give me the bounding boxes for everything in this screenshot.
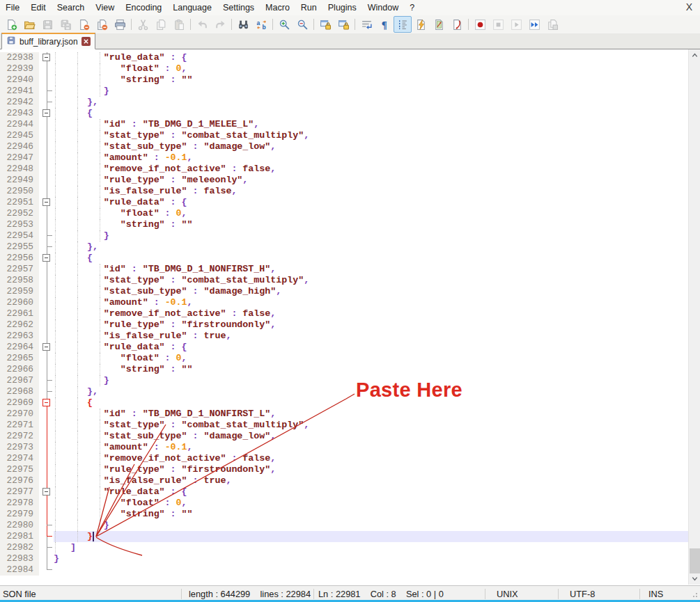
code-line[interactable]: 22952 "float" : 0, (0, 208, 688, 219)
code-line[interactable]: 22961 "remove_if_not_active" : false, (0, 308, 688, 319)
code-line[interactable]: 22965 "float" : 0, (0, 353, 688, 364)
window-close-button[interactable]: X (686, 1, 692, 13)
save-all-icon[interactable] (56, 16, 75, 33)
menu-item-window[interactable]: Window (362, 1, 404, 15)
tab-buff-library-json[interactable]: buff_library.json (1, 33, 95, 49)
code-line[interactable]: 22957 "id" : "TB_DMG_D_1_NONFIRST_H", (0, 264, 688, 275)
scroll-up-icon[interactable] (689, 49, 700, 61)
fold-collapse-icon[interactable] (39, 397, 54, 409)
function-list-icon[interactable] (412, 16, 430, 33)
code-line[interactable]: 22958 "stat_type" : "combat_stat_multipl… (0, 275, 688, 286)
menu-item-macro[interactable]: Macro (260, 1, 295, 15)
undo-icon[interactable] (193, 16, 211, 33)
code-line[interactable]: 22959 "stat_sub_type" : "damage_high", (0, 286, 688, 297)
code-line[interactable]: 22976 "is_false_rule" : true, (0, 475, 688, 486)
print-icon[interactable] (111, 16, 129, 33)
code-line[interactable]: 22942 }, (0, 97, 688, 108)
code-line[interactable]: 22949 "rule_type" : "meleeonly", (0, 175, 688, 186)
menu-item-help[interactable]: ? (404, 1, 420, 15)
close-all-icon[interactable] (93, 16, 111, 33)
code-line[interactable]: 22951 "rule_data" : { (0, 197, 688, 208)
fold-collapse-icon[interactable] (39, 253, 54, 264)
scrollbar-thumb[interactable] (690, 548, 700, 573)
fold-collapse-icon[interactable] (39, 486, 54, 498)
scroll-down-icon[interactable] (689, 573, 700, 585)
code-line[interactable]: 22983} (0, 553, 688, 564)
menu-item-language[interactable]: Language (167, 1, 217, 15)
open-file-icon[interactable] (20, 16, 38, 33)
menu-item-edit[interactable]: Edit (25, 1, 52, 15)
code-line[interactable]: 22941 } (0, 86, 688, 97)
new-file-icon[interactable] (2, 16, 20, 33)
folder-as-workspace-icon[interactable] (448, 16, 466, 33)
code-line[interactable]: 22948 "remove_if_not_active" : false, (0, 164, 688, 175)
code-line[interactable]: 22944 "id" : "TB_DMG_D_1_MELEE_L", (0, 119, 688, 130)
code-line[interactable]: 22960 "amount" : -0.1, (0, 297, 688, 308)
macro-save-icon[interactable] (543, 16, 561, 33)
save-icon[interactable] (38, 16, 56, 33)
code-line[interactable]: 22955 }, (0, 241, 688, 253)
redo-icon[interactable] (211, 16, 229, 33)
code-line[interactable]: 22982 ] (0, 542, 688, 553)
macro-run-multiple-icon[interactable] (525, 16, 543, 33)
code-line[interactable]: 22981 } (0, 531, 688, 542)
code-line[interactable]: 22974 "remove_if_not_active" : false, (0, 453, 688, 464)
menu-item-file[interactable]: File (0, 1, 25, 15)
menu-item-search[interactable]: Search (52, 1, 91, 15)
code-line[interactable]: 22950 "is_false_rule" : false, (0, 186, 688, 197)
menu-item-view[interactable]: View (90, 1, 120, 15)
show-indent-guide-icon[interactable] (394, 16, 412, 33)
menu-item-run[interactable]: Run (295, 1, 322, 15)
code-line[interactable]: 22977 "rule_data" : { (0, 486, 688, 498)
code-line[interactable]: 22971 "stat_type" : "combat_stat_multipl… (0, 420, 688, 431)
code-line[interactable]: 22973 "amount" : -0.1, (0, 442, 688, 453)
copy-icon[interactable] (152, 16, 170, 33)
paste-icon[interactable] (170, 16, 188, 33)
tab-close-icon[interactable] (81, 37, 91, 46)
word-wrap-icon[interactable] (357, 16, 375, 33)
document-map-icon[interactable] (430, 16, 448, 33)
sync-horizontal-scroll-icon[interactable] (334, 16, 352, 33)
vertical-scrollbar[interactable] (688, 49, 700, 585)
code-line[interactable]: 22975 "rule_type" : "firstroundonly", (0, 464, 688, 475)
code-line[interactable]: 22984 (0, 564, 688, 576)
menu-item-encoding[interactable]: Encoding (120, 1, 167, 15)
code-line[interactable]: 22962 "rule_type" : "firstroundonly", (0, 319, 688, 331)
code-line[interactable]: 22939 "float" : 0, (0, 63, 688, 74)
code-line[interactable]: 22972 "stat_sub_type" : "damage_low", (0, 431, 688, 442)
cut-icon[interactable] (134, 16, 152, 33)
menu-item-plugins[interactable]: Plugins (322, 1, 362, 15)
fold-collapse-icon[interactable] (39, 342, 54, 353)
zoom-out-icon[interactable] (293, 16, 311, 33)
code-line[interactable]: 22956 { (0, 253, 688, 264)
code-line[interactable]: 22967 } (0, 375, 688, 386)
code-line[interactable]: 22970 "id" : "TB_DMG_D_1_NONFIRST_L", (0, 409, 688, 420)
macro-record-icon[interactable] (471, 16, 489, 33)
macro-stop-icon[interactable] (489, 16, 507, 33)
code-line[interactable]: 22947 "amount" : -0.1, (0, 152, 688, 164)
close-icon[interactable] (75, 16, 93, 33)
macro-play-icon[interactable] (507, 16, 525, 33)
code-line[interactable]: 22953 "string" : "" (0, 219, 688, 230)
menu-item-settings[interactable]: Settings (217, 1, 260, 15)
code-line[interactable]: 22966 "string" : "" (0, 364, 688, 375)
code-line[interactable]: 22943 { (0, 108, 688, 119)
text-editor-area[interactable]: 22938 "rule_data" : {22939 "float" : 0,2… (0, 49, 688, 585)
code-line[interactable]: 22938 "rule_data" : { (0, 52, 688, 63)
fold-collapse-icon[interactable] (39, 108, 54, 119)
code-line[interactable]: 22954 } (0, 230, 688, 241)
code-line[interactable]: 22945 "stat_type" : "combat_stat_multipl… (0, 130, 688, 141)
zoom-in-icon[interactable] (275, 16, 293, 33)
code-line[interactable]: 22969 { (0, 397, 688, 409)
fold-collapse-icon[interactable] (39, 52, 54, 63)
fold-collapse-icon[interactable] (39, 197, 54, 208)
code-line[interactable]: 22968 }, (0, 386, 688, 397)
code-line[interactable]: 22940 "string" : "" (0, 74, 688, 86)
sync-vertical-scroll-icon[interactable] (316, 16, 334, 33)
code-line[interactable]: 22978 "float" : 0, (0, 498, 688, 509)
code-line[interactable]: 22979 "string" : "" (0, 509, 688, 520)
replace-icon[interactable]: ab (252, 16, 270, 33)
show-all-characters-icon[interactable]: ¶ (375, 16, 394, 33)
code-line[interactable]: 22963 "is_false_rule" : true, (0, 331, 688, 342)
find-icon[interactable] (234, 16, 252, 33)
